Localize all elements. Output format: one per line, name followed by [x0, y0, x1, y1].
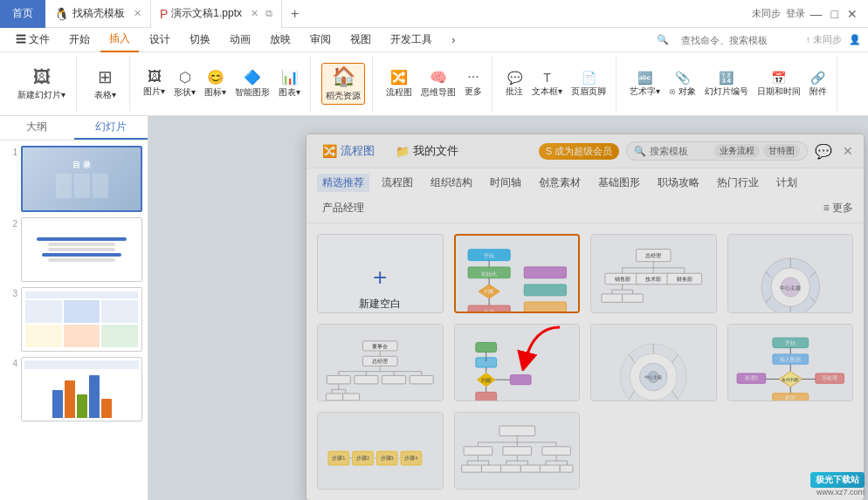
content-area: 工作... 🔀 流程图 📁 我的文件 S 成为超级会员 — [148, 116, 868, 500]
watermark-url: www.xz7.com — [816, 488, 865, 497]
shape-label: 形状▾ — [174, 86, 196, 99]
tab-add-button[interactable]: + — [282, 6, 307, 22]
image-icon: 🖼 — [148, 69, 162, 85]
tool-group-flow: 🔀 流程图 🧠 思维导图 ··· 更多 — [376, 56, 493, 112]
attach-icon: 🔗 — [810, 71, 825, 85]
smartart-label: 智能图形 — [235, 86, 270, 99]
tab-animation[interactable]: 动画 — [221, 28, 259, 52]
slidenum-button[interactable]: 🔢 幻灯片编号 — [702, 69, 751, 99]
slide-thumb-4[interactable]: 4 — [5, 357, 142, 421]
draft-close-icon[interactable]: ✕ — [134, 8, 141, 19]
new-slide-icon: 🖼 — [33, 67, 51, 87]
slide-preview-1[interactable]: 目 录 — [21, 146, 142, 212]
left-panel: 大纲 幻灯片 1 目 录 — [0, 116, 148, 500]
datetime-icon: 📅 — [771, 71, 786, 85]
image-button[interactable]: 🖼 图片▾ — [141, 67, 168, 100]
ppt-icon: P — [160, 7, 168, 21]
tab-slides[interactable]: 幻灯片 — [74, 116, 148, 140]
tab-developer[interactable]: 开发工具 — [382, 28, 441, 52]
tab-expand[interactable]: › — [443, 28, 464, 52]
tool-group-art: 🔤 艺术字▾ 📎 ⊙ 对象 🔢 幻灯片编号 📅 日期和时间 🔗 附 — [620, 56, 837, 112]
table-button[interactable]: ⊞ 表格▾ — [87, 65, 122, 103]
tab-design[interactable]: 设计 — [141, 28, 179, 52]
datetime-label: 日期和时间 — [757, 86, 801, 98]
flowchart-button[interactable]: 🔀 流程图 — [383, 67, 415, 100]
image-label: 图片▾ — [143, 86, 165, 98]
slidenum-label: 幻灯片编号 — [705, 86, 748, 98]
wordart-button[interactable]: 🔤 艺术字▾ — [627, 69, 663, 99]
slide-thumb-3[interactable]: 3 — [5, 287, 142, 352]
dialog-overlay — [148, 116, 868, 500]
attach-label: 附件 — [809, 86, 827, 98]
icon-icon: 😊 — [207, 69, 224, 86]
headerfooter-icon: 📄 — [582, 71, 596, 85]
daoke-resource-button[interactable]: 🏠 稻壳资源 — [321, 63, 365, 105]
shape-icon: ⬡ — [179, 69, 191, 86]
slide-thumbnails: 1 目 录 2 — [0, 140, 148, 500]
ribbon-tabs: ☰ 文件 开始 插入 设计 切换 动画 放映 审阅 视图 开发工具 › 🔍 ↑ … — [0, 28, 868, 52]
slidenum-icon: 🔢 — [719, 71, 734, 85]
mindmap-label: 思维导图 — [421, 86, 456, 99]
object-icon: 📎 — [675, 71, 690, 85]
tab-start[interactable]: 开始 — [60, 28, 99, 52]
more-icon: ··· — [467, 69, 479, 85]
slide-num-1: 1 — [5, 146, 17, 157]
chart-icon: 📊 — [281, 69, 299, 86]
slide-thumb-2[interactable]: 2 — [5, 217, 142, 282]
tab-transition[interactable]: 切换 — [181, 28, 219, 52]
new-slide-button[interactable]: 🖼 新建幻灯片▾ — [14, 65, 69, 103]
wordart-label: 艺术字▾ — [630, 86, 660, 98]
slide-thumb-1[interactable]: 1 目 录 — [5, 146, 142, 212]
chart-button[interactable]: 📊 图表▾ — [276, 67, 303, 100]
sync-status: ↑ 未同步 — [805, 33, 842, 46]
tool-group-text: 💬 批注 T 文本框▾ 📄 页眉页脚 — [496, 56, 617, 112]
tab-slideshow[interactable]: 放映 — [261, 28, 300, 52]
annotation-button[interactable]: 💬 批注 — [503, 69, 526, 99]
file-close-icon[interactable]: ✕ — [251, 8, 258, 19]
tab-view[interactable]: 视图 — [341, 28, 380, 52]
sync-label[interactable]: 未同步 — [752, 7, 781, 20]
tab-outline[interactable]: 大纲 — [0, 116, 74, 140]
headerfooter-button[interactable]: 📄 页眉页脚 — [568, 69, 609, 99]
slide-preview-3[interactable] — [21, 287, 142, 352]
tab-review[interactable]: 审阅 — [301, 28, 340, 52]
slide-num-4: 4 — [5, 357, 17, 368]
window-close-icon[interactable]: ✕ — [847, 7, 858, 21]
datetime-button[interactable]: 📅 日期和时间 — [754, 69, 803, 99]
watermark: 极光下载站 www.xz7.com — [810, 472, 865, 497]
user-avatar[interactable]: 👤 — [849, 34, 861, 45]
textbox-button[interactable]: T 文本框▾ — [529, 69, 565, 99]
tab-file-menu[interactable]: ☰ 文件 — [7, 28, 59, 52]
ribbon-tools: 🖼 新建幻灯片▾ ⊞ 表格▾ 🖼 图片▾ ⬡ 形状▾ — [0, 52, 868, 115]
slide-preview-2[interactable] — [21, 217, 142, 282]
slide-preview-4[interactable] — [21, 357, 142, 421]
more-button[interactable]: ··· 更多 — [462, 67, 485, 100]
title-right: 未同步 登录 — □ ✕ — [752, 7, 868, 21]
main-area: 大纲 幻灯片 1 目 录 — [0, 116, 868, 500]
smartart-icon: 🔷 — [244, 69, 261, 86]
tab-insert[interactable]: 插入 — [100, 28, 139, 52]
maximize-icon[interactable]: □ — [831, 7, 838, 21]
tab-file[interactable]: P 演示文稿1.pptx ✕ ⧉ — [151, 0, 282, 28]
daoke-icon: 🏠 — [332, 65, 355, 88]
flowchart-icon: 🔀 — [390, 69, 408, 86]
ribbon-search-input[interactable] — [676, 33, 798, 47]
more-label: 更多 — [465, 86, 482, 98]
flowchart-label: 流程图 — [386, 86, 412, 99]
attach-button[interactable]: 🔗 附件 — [807, 69, 830, 99]
tab-draft[interactable]: 🐧 找稿壳模板 ✕ — [45, 0, 151, 28]
minimize-icon[interactable]: — — [810, 7, 823, 21]
smartart-button[interactable]: 🔷 智能图形 — [232, 67, 272, 100]
draft-icon: 🐧 — [54, 7, 69, 21]
icon-button[interactable]: 😊 图标▾ — [202, 67, 229, 100]
file-tab-label: 演示文稿1.pptx — [171, 6, 242, 21]
icon-label: 图标▾ — [204, 86, 226, 99]
shape-button[interactable]: ⬡ 形状▾ — [171, 67, 198, 100]
mindmap-button[interactable]: 🧠 思维导图 — [418, 67, 458, 100]
slide-num-3: 3 — [5, 287, 17, 298]
login-label[interactable]: 登录 — [786, 7, 805, 20]
tab-home[interactable]: 首页 — [0, 0, 45, 28]
object-button[interactable]: 📎 ⊙ 对象 — [666, 69, 699, 99]
object-label: ⊙ 对象 — [669, 86, 696, 98]
restore-icon[interactable]: ⧉ — [265, 8, 272, 19]
